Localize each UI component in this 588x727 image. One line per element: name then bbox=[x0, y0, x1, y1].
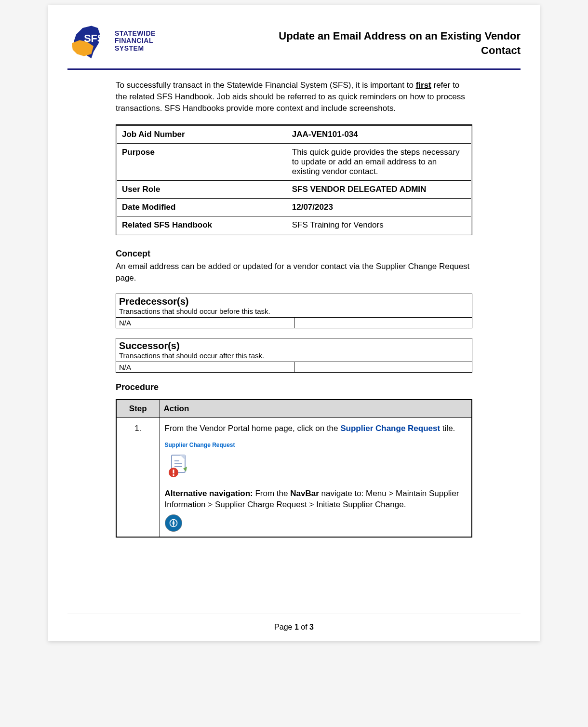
info-label: Date Modified bbox=[117, 199, 287, 216]
info-value: SFS VENDOR DELEGATED ADMIN bbox=[287, 181, 471, 199]
content-area: To successfully transact in the Statewid… bbox=[67, 80, 521, 614]
table-row: Date Modified 12/07/2023 bbox=[117, 199, 472, 216]
predecessor-heading: Predecessor(s) bbox=[116, 294, 472, 307]
procedure-table: Step Action 1. From the Vendor Portal ho… bbox=[116, 399, 472, 538]
successor-right bbox=[294, 362, 472, 372]
info-label: Related SFS Handbook bbox=[117, 216, 287, 235]
info-value: JAA-VEN101-034 bbox=[287, 125, 471, 144]
footer-prefix: Page bbox=[274, 623, 294, 631]
predecessor-table: Predecessor(s) Transactions that should … bbox=[116, 294, 472, 328]
page-title: Update an Email Address on an Existing V… bbox=[270, 29, 521, 57]
info-label: User Role bbox=[117, 181, 287, 199]
alt-prefix: Alternative navigation: bbox=[165, 489, 253, 498]
footer-mid: of bbox=[299, 623, 309, 631]
info-table: Job Aid Number JAA-VEN101-034 Purpose Th… bbox=[116, 124, 472, 235]
table-row: 1. From the Vendor Portal home page, cli… bbox=[116, 417, 472, 537]
successor-heading: Successor(s) bbox=[116, 338, 472, 351]
logo-line3: SYSTEM bbox=[115, 45, 156, 52]
procedure-col-action: Action bbox=[160, 400, 472, 418]
footer-current: 1 bbox=[294, 623, 299, 631]
document-page: SFS STATEWIDE FINANCIAL SYSTEM Update an… bbox=[48, 5, 540, 641]
action-prefix: From the Vendor Portal home page, click … bbox=[165, 424, 341, 433]
intro-prefix: To successfully transact in the Statewid… bbox=[116, 81, 416, 90]
footer-total: 3 bbox=[309, 623, 314, 631]
successor-table: Successor(s) Transactions that should oc… bbox=[116, 338, 472, 373]
intro-paragraph: To successfully transact in the Statewid… bbox=[116, 80, 472, 114]
action-link: Supplier Change Request bbox=[340, 424, 440, 433]
intro-emphasis: first bbox=[416, 81, 431, 90]
step-number: 1. bbox=[116, 417, 160, 537]
alt-navbar: NavBar bbox=[290, 489, 319, 498]
svg-text:SFS: SFS bbox=[84, 32, 104, 44]
predecessor-subhead: Transactions that should occur before th… bbox=[116, 307, 472, 318]
logo-mark: SFS bbox=[67, 19, 111, 63]
successor-left: N/A bbox=[116, 362, 294, 372]
tile-caption: Supplier Change Request bbox=[165, 441, 467, 449]
logo-line1: STATEWIDE bbox=[115, 30, 156, 37]
successor-subhead: Transactions that should occur after thi… bbox=[116, 351, 472, 362]
alt-mid1: From the bbox=[253, 489, 290, 498]
alternative-navigation: Alternative navigation: From the NavBar … bbox=[165, 488, 467, 511]
info-label: Purpose bbox=[117, 144, 287, 181]
svg-rect-7 bbox=[173, 474, 174, 476]
table-row: Job Aid Number JAA-VEN101-034 bbox=[117, 125, 472, 144]
table-row: Purpose This quick guide provides the st… bbox=[117, 144, 472, 181]
concept-text: An email address can be added or updated… bbox=[116, 261, 472, 284]
page-footer: Page 1 of 3 bbox=[67, 614, 521, 632]
concept-heading: Concept bbox=[116, 249, 472, 259]
table-row: Related SFS Handbook SFS Training for Ve… bbox=[117, 216, 472, 235]
step-action: From the Vendor Portal home page, click … bbox=[160, 417, 472, 537]
navbar-icon bbox=[165, 514, 182, 532]
svg-rect-6 bbox=[173, 470, 174, 473]
info-value: 12/07/2023 bbox=[287, 199, 471, 216]
action-suffix: tile. bbox=[440, 424, 455, 433]
predecessor-right bbox=[294, 317, 472, 328]
info-label: Job Aid Number bbox=[117, 125, 287, 144]
predecessor-left: N/A bbox=[116, 317, 294, 328]
procedure-heading: Procedure bbox=[116, 382, 472, 392]
header: SFS STATEWIDE FINANCIAL SYSTEM Update an… bbox=[67, 19, 521, 70]
logo: SFS STATEWIDE FINANCIAL SYSTEM bbox=[67, 19, 156, 63]
procedure-col-step: Step bbox=[116, 400, 160, 418]
info-value: This quick guide provides the steps nece… bbox=[287, 144, 471, 181]
logo-line2: FINANCIAL bbox=[115, 37, 156, 44]
table-row: User Role SFS VENDOR DELEGATED ADMIN bbox=[117, 181, 472, 199]
info-value: SFS Training for Vendors bbox=[287, 216, 471, 235]
logo-text: STATEWIDE FINANCIAL SYSTEM bbox=[115, 30, 156, 52]
supplier-change-request-tile-icon bbox=[165, 452, 192, 479]
